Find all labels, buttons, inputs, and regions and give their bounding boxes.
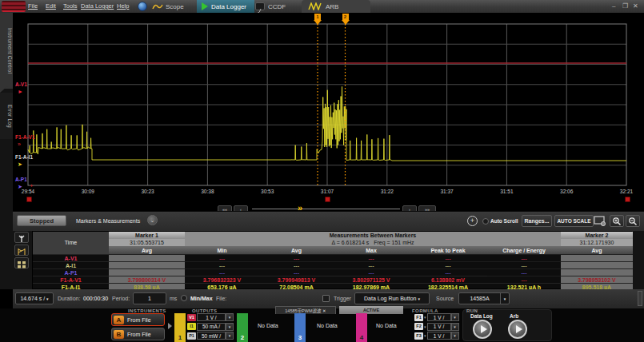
menu-tools[interactable]: Tools (63, 2, 78, 10)
output-3-bar[interactable]: 3 (294, 313, 306, 342)
formula-F2-scale[interactable]: 1 V / (427, 323, 451, 331)
formula-F3-scale[interactable]: 1 V / (427, 332, 451, 340)
x-axis-tick: 31:07 (321, 189, 334, 194)
output1-V1-scale[interactable]: 1 V / (197, 313, 226, 321)
run-arb-button[interactable] (508, 320, 527, 339)
trace-label-a-p1[interactable]: A-P1 (15, 177, 27, 182)
measurement-value: 6.138802 mV (409, 276, 487, 283)
screen-capture-icon[interactable] (594, 216, 606, 226)
info-icon[interactable] (138, 2, 147, 11)
event-marker[interactable] (26, 197, 32, 202)
formula-F1-dropdown[interactable]: ▾ (451, 313, 459, 321)
formula-F2-tag[interactable]: F2 (414, 323, 423, 330)
output1-P1-dropdown[interactable]: ▾ (226, 332, 234, 340)
waveform-plot[interactable] (13, 13, 644, 211)
output-1-bar[interactable]: 1 (174, 313, 186, 342)
scroll-track[interactable] (252, 209, 400, 209)
measurement-value: --- (185, 261, 259, 268)
menu-data-logger[interactable]: Data Logger (81, 2, 114, 10)
output-4-no-data: No Data (376, 323, 397, 328)
formula-F1-tag[interactable]: F1 (414, 314, 423, 321)
x-axis-tick: 32:21 (620, 189, 633, 194)
panel-select-label[interactable]: Markers & Measurements (76, 218, 140, 224)
markers-pair-icon[interactable] (14, 245, 29, 256)
formula-F3-tag[interactable]: F3 (414, 332, 423, 340)
trigger-source-dropdown[interactable]: Data Log Run Button ▾ (354, 292, 430, 304)
expand-arrow-icon[interactable] (168, 323, 172, 329)
add-marker-icon[interactable]: + (467, 216, 478, 226)
menu-edit[interactable]: Edit (46, 2, 56, 10)
measurement-value: --- (409, 261, 487, 268)
time-column-header: Time (33, 232, 109, 246)
x-axis-tick: 31:51 (500, 189, 513, 194)
close-tab-icon[interactable]: ✕ (322, 308, 326, 313)
sidebar-tab-instrument-control[interactable]: Instrument Control (0, 13, 13, 89)
measurement-value (109, 261, 185, 268)
formula-F1-scale[interactable]: 1 V / (427, 313, 451, 321)
file-tab[interactable]: 14585带PWM滤波 ✕ (275, 306, 336, 314)
minimize-icon[interactable]: – (612, 2, 615, 10)
marker-2-handle[interactable]: 2 (342, 14, 350, 25)
stat-header: Charge / Energy (487, 246, 561, 254)
marker-tool-icon[interactable] (14, 232, 29, 243)
trace-axis-arrow-icon: ➤ (18, 161, 22, 168)
active-tab[interactable]: ACTIVE (339, 306, 403, 314)
trace-label-f1-a-i1[interactable]: F1-A-I1 (15, 154, 33, 160)
trace-label-a-v1[interactable]: A-V1 (15, 82, 27, 87)
output1-I1-dropdown[interactable]: ▾ (226, 323, 234, 331)
auto-scroll-radio[interactable] (482, 218, 489, 225)
output1-I1-scale[interactable]: 50 mA / (197, 323, 226, 331)
zoom-out-button[interactable] (626, 215, 640, 227)
duration-value: 000:00:30 (83, 296, 108, 301)
event-marker[interactable] (325, 197, 330, 202)
minmax-radio[interactable] (181, 295, 187, 301)
menu-bar: File Edit Tools Data Logger Help Scope D… (0, 0, 644, 13)
output1-V1-dropdown[interactable]: ▾ (226, 313, 234, 321)
period-input[interactable]: 1 (133, 292, 166, 304)
output-4-bar[interactable]: 4 (356, 313, 367, 342)
measurement-value: 3.802971125 V (334, 276, 409, 283)
formula-F2-expander[interactable]: ▾ (424, 324, 426, 329)
table-view-icon[interactable] (14, 257, 29, 268)
marker2-stat-header: Avg (561, 246, 633, 254)
arb-icon (308, 2, 322, 10)
sidebar-tab-error-log[interactable]: Error Log (0, 93, 13, 139)
measurement-value: --- (487, 268, 561, 276)
formula-F3-expander[interactable]: ▾ (424, 333, 426, 338)
measurement-value: --- (334, 254, 409, 261)
duration-label: Duration: (58, 296, 80, 301)
measurement-value: --- (185, 254, 259, 261)
event-marker[interactable] (625, 197, 630, 202)
auto-scale-button[interactable]: AUTO SCALE (554, 215, 594, 227)
trace-axis-arrow-icon: ► (18, 89, 23, 94)
tab-ccdf[interactable]: CCDF (268, 3, 286, 10)
trace-row-label: A-P1 (33, 268, 109, 276)
trace-label-f1-a-v1[interactable]: F1-A-V1 (15, 134, 35, 140)
zoom-in-button[interactable] (610, 215, 624, 227)
elapsed-time-control[interactable]: 14.674 s / ▾ (15, 292, 54, 304)
tab-arb-label[interactable]: ARB (326, 3, 338, 10)
tab-scope[interactable]: Scope (166, 3, 184, 10)
run-datalog-button[interactable] (473, 320, 492, 339)
instrument-a-button[interactable]: A From File (111, 313, 165, 326)
formula-F1-expander[interactable]: ▾ (424, 315, 426, 320)
marker-1-handle[interactable]: 1 (314, 14, 322, 25)
output1-P1-scale[interactable]: 50 mW / (197, 332, 226, 340)
tab-data-logger[interactable]: Data Logger (197, 0, 254, 13)
ranges-button[interactable]: Ranges... (522, 215, 552, 227)
instrument-b-button[interactable]: B From File (111, 328, 165, 340)
trigger-checkbox[interactable] (322, 295, 330, 302)
stopped-button[interactable]: Stopped (17, 215, 66, 226)
panel-select-dropdown[interactable]: ⌄ (147, 215, 158, 225)
source-dropdown[interactable]: 14585A ▾ (458, 292, 510, 304)
formula-F2-dropdown[interactable]: ▾ (451, 323, 459, 331)
sidebar-tab-notch (0, 82, 13, 93)
restore-icon[interactable]: ❐ (622, 2, 628, 10)
formula-F3-dropdown[interactable]: ▾ (451, 332, 459, 340)
stat-header: Max (334, 246, 409, 254)
menu-file[interactable]: File (28, 2, 38, 10)
footer-scrollbar[interactable] (638, 291, 642, 306)
close-icon[interactable]: ✕ (633, 2, 638, 10)
menu-help[interactable]: Help (117, 2, 129, 10)
output-2-bar[interactable]: 2 (237, 313, 248, 342)
